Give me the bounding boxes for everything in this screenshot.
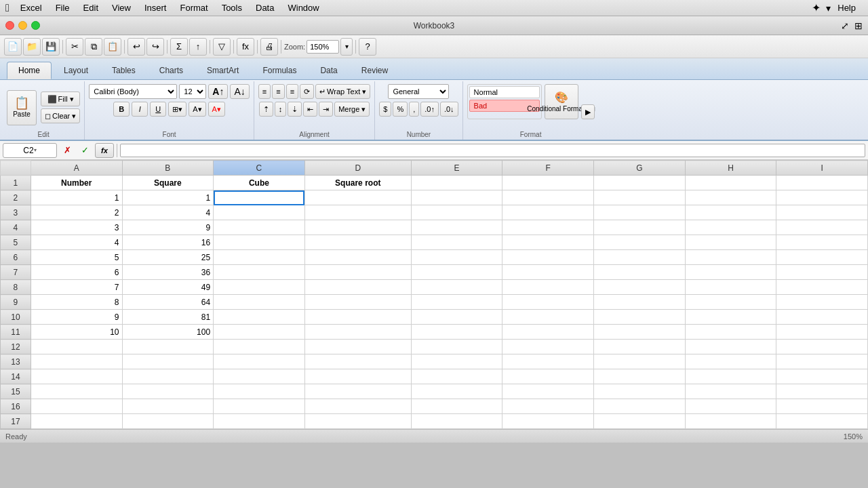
cell-A7[interactable]: 6 <box>31 265 122 280</box>
cell-D6[interactable] <box>304 250 411 265</box>
wrap-text-button[interactable]: ↵ Wrap Text ▾ <box>315 84 370 99</box>
cell-B4[interactable]: 9 <box>122 220 214 235</box>
formula-input[interactable] <box>120 144 865 157</box>
cell-B15[interactable] <box>122 384 214 399</box>
menu-insert[interactable]: Insert <box>138 1 174 14</box>
fill-button[interactable]: ⬛ Fill ▾ <box>41 92 80 106</box>
cell-H9[interactable] <box>685 295 776 310</box>
cell-F13[interactable] <box>502 354 594 369</box>
minimize-button[interactable] <box>18 21 27 30</box>
cell-A4[interactable]: 3 <box>31 220 122 235</box>
font-name-select[interactable]: Calibri (Body) <box>89 84 177 99</box>
cell-I7[interactable] <box>776 265 868 280</box>
cell-F8[interactable] <box>502 280 594 295</box>
cell-G5[interactable] <box>594 235 686 250</box>
cell-C12[interactable] <box>214 340 305 354</box>
cell-B17[interactable] <box>122 414 214 429</box>
apple-menu[interactable]:  <box>5 2 9 14</box>
cell-C1[interactable]: Cube <box>214 176 305 190</box>
row-header-11[interactable]: 11 <box>1 325 31 340</box>
font-grow-button[interactable]: A↑ <box>208 84 228 99</box>
cell-E2[interactable] <box>411 190 502 205</box>
format-expand-button[interactable]: ▶ <box>581 104 595 119</box>
cell-G3[interactable] <box>594 205 686 220</box>
cell-E3[interactable] <box>411 205 502 220</box>
cell-A15[interactable] <box>31 384 122 399</box>
cell-F17[interactable] <box>502 414 594 429</box>
cell-I4[interactable] <box>776 220 868 235</box>
clear-button[interactable]: ◻ Clear ▾ <box>41 108 80 123</box>
fullscreen-icon[interactable]: ⤢ <box>841 20 849 31</box>
row-header-17[interactable]: 17 <box>1 414 31 429</box>
cell-G2[interactable] <box>594 190 686 205</box>
cell-D16[interactable] <box>304 399 411 414</box>
help-button[interactable]: ? <box>359 38 376 56</box>
cell-G11[interactable] <box>594 325 686 340</box>
cell-E11[interactable] <box>411 325 502 340</box>
paste-button[interactable]: 📋 <box>104 38 121 56</box>
cell-G4[interactable] <box>594 220 686 235</box>
cell-C16[interactable] <box>214 399 305 414</box>
cell-G7[interactable] <box>594 265 686 280</box>
paste-button-large[interactable]: 📋 Paste <box>7 90 37 125</box>
cell-D12[interactable] <box>304 340 411 354</box>
cell-F5[interactable] <box>502 235 594 250</box>
cell-H7[interactable] <box>685 265 776 280</box>
conditional-formatting-button[interactable]: 🎨 Conditional Formatting <box>545 84 578 119</box>
cell-F11[interactable] <box>502 325 594 340</box>
cell-F16[interactable] <box>502 399 594 414</box>
cell-A6[interactable]: 5 <box>31 250 122 265</box>
tab-tables[interactable]: Tables <box>100 62 147 79</box>
cell-A11[interactable]: 10 <box>31 325 122 340</box>
cell-G10[interactable] <box>594 310 686 325</box>
cell-A9[interactable]: 8 <box>31 295 122 310</box>
cell-I6[interactable] <box>776 250 868 265</box>
cell-I11[interactable] <box>776 325 868 340</box>
cell-A17[interactable] <box>31 414 122 429</box>
save-button[interactable]: 💾 <box>42 38 60 56</box>
cell-B11[interactable]: 100 <box>122 325 214 340</box>
menu-edit[interactable]: Edit <box>77 1 105 14</box>
percent-button[interactable]: % <box>393 102 408 117</box>
cell-A1[interactable]: Number <box>31 176 122 190</box>
row-header-15[interactable]: 15 <box>1 384 31 399</box>
cell-D10[interactable] <box>304 310 411 325</box>
menu-view[interactable]: View <box>105 1 138 14</box>
row-header-3[interactable]: 3 <box>1 205 31 220</box>
row-header-4[interactable]: 4 <box>1 220 31 235</box>
col-header-E[interactable]: E <box>411 161 502 176</box>
cell-F9[interactable] <box>502 295 594 310</box>
cell-A10[interactable]: 9 <box>31 310 122 325</box>
cell-D1[interactable]: Square root <box>304 176 411 190</box>
cell-C4[interactable] <box>214 220 305 235</box>
cell-A13[interactable] <box>31 354 122 369</box>
align-left-button[interactable]: ≡ <box>258 84 271 99</box>
cell-A14[interactable] <box>31 369 122 384</box>
cell-D2[interactable] <box>304 190 411 205</box>
col-header-F[interactable]: F <box>502 161 594 176</box>
cell-C11[interactable] <box>214 325 305 340</box>
cell-F12[interactable] <box>502 340 594 354</box>
row-header-1[interactable]: 1 <box>1 176 31 190</box>
cell-C2[interactable] <box>214 190 305 205</box>
cell-F7[interactable] <box>502 265 594 280</box>
col-header-G[interactable]: G <box>594 161 686 176</box>
window-icon-2[interactable]: ⊞ <box>854 20 863 31</box>
cell-H12[interactable] <box>685 340 776 354</box>
row-header-5[interactable]: 5 <box>1 235 31 250</box>
row-header-12[interactable]: 12 <box>1 340 31 354</box>
spotlight-icon[interactable]: ✦ <box>812 1 821 14</box>
cell-D8[interactable] <box>304 280 411 295</box>
cell-A8[interactable]: 7 <box>31 280 122 295</box>
cell-D14[interactable] <box>304 369 411 384</box>
text-direction-button[interactable]: ⟳ <box>300 84 314 99</box>
cell-C8[interactable] <box>214 280 305 295</box>
cell-D15[interactable] <box>304 384 411 399</box>
cell-E16[interactable] <box>411 399 502 414</box>
cell-D4[interactable] <box>304 220 411 235</box>
cell-B2[interactable]: 1 <box>122 190 214 205</box>
cell-I5[interactable] <box>776 235 868 250</box>
cell-D11[interactable] <box>304 325 411 340</box>
zoom-dropdown[interactable]: ▾ <box>340 38 353 56</box>
col-header-H[interactable]: H <box>685 161 776 176</box>
